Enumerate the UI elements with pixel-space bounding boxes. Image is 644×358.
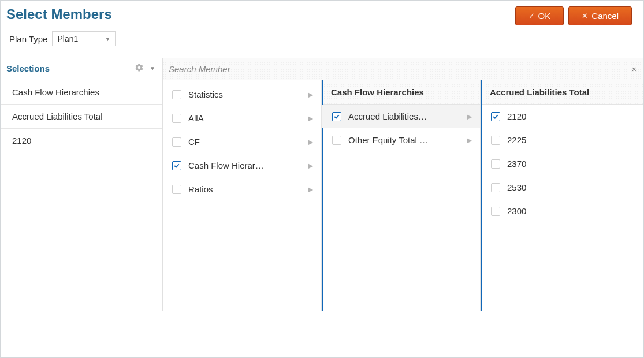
sidebar-item[interactable]: Cash Flow Hierarchies bbox=[1, 80, 162, 105]
member-column-level2: Cash Flow Hierarchies Accrued Liabilitie… bbox=[322, 80, 481, 311]
column-header: Cash Flow Hierarchies bbox=[322, 80, 480, 105]
action-buttons: ✓ OK ✕ Cancel bbox=[515, 6, 632, 25]
sidebar-item[interactable]: Accrued Liabilities Total bbox=[1, 105, 162, 129]
member-item[interactable]: Statistics ▶ bbox=[163, 83, 321, 106]
page-title: Select Members bbox=[6, 6, 112, 23]
chevron-right-icon: ▶ bbox=[308, 185, 313, 193]
checkbox[interactable] bbox=[491, 159, 500, 169]
plan-type-label: Plan Type bbox=[9, 34, 47, 44]
member-item[interactable]: AllA ▶ bbox=[163, 106, 321, 130]
chevron-right-icon: ▶ bbox=[467, 136, 472, 144]
member-column-root: Statistics ▶ AllA ▶ CF ▶ Cash Flow Hiera… bbox=[163, 80, 322, 311]
cancel-button[interactable]: ✕ Cancel bbox=[568, 6, 632, 25]
plan-type-value: Plan1 bbox=[57, 34, 78, 43]
member-item[interactable]: 2370 bbox=[481, 152, 643, 176]
checkbox[interactable] bbox=[332, 112, 341, 121]
column-header: Accrued Liabilities Total bbox=[481, 80, 643, 105]
member-label: 2530 bbox=[507, 182, 605, 192]
checkbox[interactable] bbox=[332, 136, 341, 145]
checkbox[interactable] bbox=[491, 207, 500, 216]
member-label: Other Equity Total … bbox=[348, 135, 446, 145]
member-item[interactable]: 2530 bbox=[481, 176, 643, 199]
member-item[interactable]: Cash Flow Hierar… ▶ bbox=[163, 154, 321, 177]
clear-search-icon[interactable]: × bbox=[632, 65, 636, 74]
sidebar-item[interactable]: 2120 bbox=[1, 129, 162, 152]
chevron-right-icon: ▶ bbox=[308, 91, 313, 99]
member-label: 2300 bbox=[507, 206, 605, 216]
member-label: Ratios bbox=[188, 184, 286, 194]
member-item[interactable]: CF ▶ bbox=[163, 130, 321, 154]
member-label: Statistics bbox=[188, 90, 286, 99]
checkbox[interactable] bbox=[491, 183, 500, 192]
member-label: CF bbox=[188, 137, 286, 147]
sidebar-title: Selections bbox=[6, 64, 50, 73]
chevron-right-icon: ▶ bbox=[308, 162, 313, 170]
chevron-right-icon: ▶ bbox=[308, 114, 313, 122]
checkbox[interactable] bbox=[172, 185, 181, 194]
member-label: AllA bbox=[188, 113, 286, 123]
member-item[interactable]: 2225 bbox=[481, 128, 643, 152]
member-item[interactable]: Other Equity Total … ▶ bbox=[322, 128, 480, 152]
close-icon: ✕ bbox=[582, 12, 588, 20]
checkbox[interactable] bbox=[172, 161, 181, 170]
member-label: 2370 bbox=[507, 159, 605, 169]
checkbox[interactable] bbox=[491, 112, 500, 121]
chevron-down-icon[interactable]: ▼ bbox=[150, 65, 155, 72]
member-label: 2225 bbox=[507, 135, 605, 145]
checkbox[interactable] bbox=[172, 137, 181, 147]
member-label: Cash Flow Hierar… bbox=[188, 161, 286, 170]
search-input[interactable] bbox=[163, 58, 643, 80]
member-label: Accrued Liabilities… bbox=[348, 111, 446, 121]
checkbox[interactable] bbox=[172, 114, 181, 123]
content-area: × Statistics ▶ AllA ▶ CF ▶ Cash Flow Hie… bbox=[162, 58, 643, 311]
checkbox[interactable] bbox=[491, 136, 500, 145]
checkmark-icon: ✓ bbox=[528, 12, 535, 20]
member-item[interactable]: Accrued Liabilities… ▶ bbox=[322, 105, 480, 128]
member-column-level3: Accrued Liabilities Total 2120 2225 2370… bbox=[481, 80, 643, 311]
plan-type-select[interactable]: Plan1 ▼ bbox=[52, 31, 116, 46]
gear-icon[interactable] bbox=[135, 63, 144, 74]
ok-button-label: OK bbox=[538, 11, 551, 21]
member-item[interactable]: 2120 bbox=[481, 105, 643, 128]
cancel-button-label: Cancel bbox=[591, 11, 619, 21]
chevron-right-icon: ▶ bbox=[467, 113, 472, 121]
sidebar: Selections ▼ Cash Flow Hierarchies Accru… bbox=[1, 58, 162, 311]
member-label: 2120 bbox=[507, 111, 605, 121]
ok-button[interactable]: ✓ OK bbox=[515, 6, 564, 25]
member-item[interactable]: 2300 bbox=[481, 199, 643, 223]
chevron-right-icon: ▶ bbox=[308, 138, 313, 146]
checkbox[interactable] bbox=[172, 90, 181, 99]
chevron-down-icon: ▼ bbox=[105, 36, 111, 42]
member-item[interactable]: Ratios ▶ bbox=[163, 177, 321, 201]
